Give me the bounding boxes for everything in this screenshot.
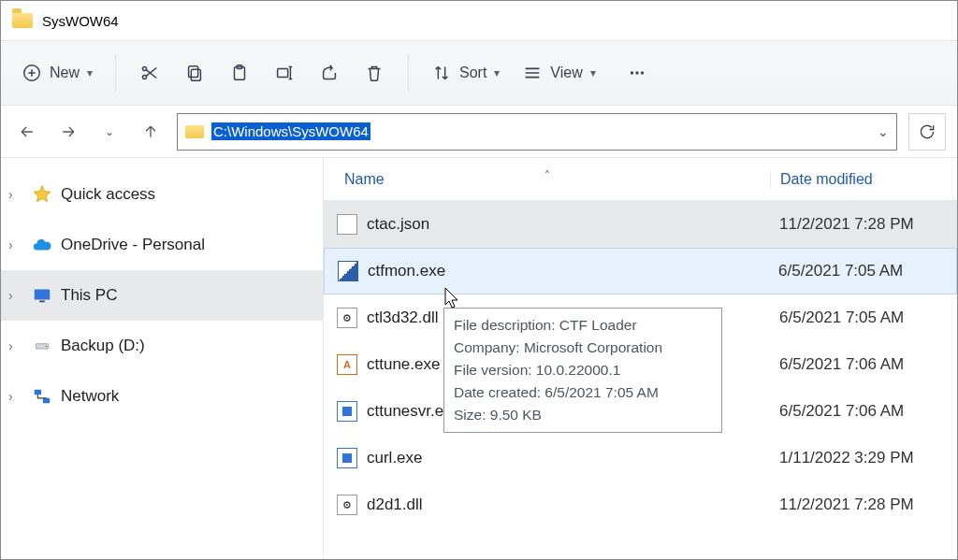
file-tooltip: File description: CTF Loader Company: Mi… bbox=[443, 308, 722, 433]
refresh-button[interactable] bbox=[908, 113, 946, 151]
file-row[interactable]: ⚙d2d1.dll 11/2/2021 7:28 PM bbox=[324, 481, 957, 528]
file-row[interactable]: ctac.json 11/2/2021 7:28 PM bbox=[324, 201, 957, 248]
svg-point-2 bbox=[142, 76, 146, 79]
chevron-right-icon: › bbox=[8, 187, 23, 202]
sort-button[interactable]: Sort ▾ bbox=[422, 52, 509, 93]
share-icon bbox=[319, 63, 340, 83]
copy-button[interactable] bbox=[174, 52, 215, 93]
file-date: 6/5/2021 7:06 AM bbox=[770, 402, 957, 421]
new-button[interactable]: New ▾ bbox=[12, 52, 102, 93]
chevron-down-icon: ▾ bbox=[590, 66, 596, 79]
mouse-cursor-icon bbox=[444, 287, 461, 309]
sidebar-item-label: Network bbox=[61, 387, 119, 406]
chevron-right-icon: › bbox=[8, 237, 23, 252]
address-path: C:\Windows\SysWOW64 bbox=[211, 122, 370, 140]
copy-icon bbox=[184, 63, 205, 83]
svg-point-1 bbox=[142, 66, 146, 70]
svg-point-8 bbox=[631, 71, 633, 74]
list-icon bbox=[522, 63, 543, 83]
chevron-right-icon: › bbox=[8, 288, 23, 303]
file-list: ˄ Name Date modified ctac.json 11/2/2021… bbox=[324, 158, 957, 560]
arrow-right-icon bbox=[59, 122, 78, 141]
file-row[interactable]: ctfmon.exe 6/5/2021 7:05 AM bbox=[324, 248, 957, 294]
sidebar-item-label: OneDrive - Personal bbox=[61, 236, 205, 254]
file-row[interactable]: curl.exe 1/11/2022 3:29 PM bbox=[324, 435, 957, 481]
paste-button[interactable] bbox=[219, 52, 260, 93]
svg-rect-11 bbox=[35, 290, 51, 300]
plus-circle-icon bbox=[22, 63, 42, 83]
chevron-right-icon: › bbox=[8, 338, 23, 353]
svg-rect-4 bbox=[189, 66, 198, 78]
column-headers: ˄ Name Date modified bbox=[324, 158, 957, 201]
sidebar-item-label: Backup (D:) bbox=[61, 337, 145, 355]
sidebar-item-quick-access[interactable]: › Quick access bbox=[1, 169, 323, 220]
sidebar-item-this-pc[interactable]: › This PC bbox=[1, 270, 323, 321]
arrow-up-icon bbox=[141, 122, 160, 141]
rename-icon bbox=[274, 63, 295, 83]
sort-icon bbox=[431, 63, 452, 83]
dll-icon: ⚙ bbox=[337, 495, 357, 515]
file-date: 11/2/2021 7:28 PM bbox=[770, 495, 957, 514]
sidebar-item-onedrive[interactable]: › OneDrive - Personal bbox=[1, 220, 323, 270]
delete-button[interactable] bbox=[354, 52, 395, 93]
more-button[interactable] bbox=[617, 52, 658, 93]
svg-rect-3 bbox=[191, 69, 200, 80]
back-button[interactable] bbox=[12, 117, 42, 147]
svg-point-10 bbox=[641, 71, 644, 74]
window-folder-icon bbox=[12, 13, 33, 28]
sidebar-item-network[interactable]: › Network bbox=[1, 371, 323, 422]
chevron-down-icon: ▾ bbox=[87, 66, 93, 79]
sidebar-item-label: This PC bbox=[61, 286, 117, 305]
file-date: 1/11/2022 3:29 PM bbox=[770, 449, 957, 467]
separator bbox=[115, 54, 116, 92]
svg-point-14 bbox=[46, 346, 48, 348]
recent-button[interactable]: ⌄ bbox=[94, 117, 124, 147]
nav-row: ⌄ C:\Windows\SysWOW64 ⌄ bbox=[1, 106, 957, 158]
svg-rect-16 bbox=[43, 398, 50, 404]
nav-pane: › Quick access › OneDrive - Personal › T… bbox=[1, 158, 324, 560]
network-icon bbox=[31, 385, 53, 408]
address-bar[interactable]: C:\Windows\SysWOW64 ⌄ bbox=[177, 113, 897, 151]
app-icon bbox=[337, 401, 357, 422]
column-name[interactable]: ˄ Name bbox=[324, 171, 770, 188]
sidebar-item-label: Quick access bbox=[61, 185, 155, 204]
file-name: ctl3d32.dll bbox=[367, 309, 439, 327]
chevron-down-icon[interactable]: ⌄ bbox=[878, 124, 889, 139]
ellipsis-icon bbox=[627, 63, 647, 83]
file-icon bbox=[337, 214, 357, 235]
rename-button[interactable] bbox=[264, 52, 305, 93]
file-name: curl.exe bbox=[367, 449, 423, 467]
star-icon bbox=[31, 183, 53, 206]
toolbar: New ▾ Sort ▾ bbox=[1, 40, 957, 106]
file-name: ctfmon.exe bbox=[368, 262, 445, 280]
column-date[interactable]: Date modified bbox=[770, 171, 957, 188]
window-title: SysWOW64 bbox=[42, 13, 119, 29]
svg-point-9 bbox=[635, 71, 638, 74]
cut-button[interactable] bbox=[129, 52, 170, 93]
pen-icon bbox=[338, 261, 358, 281]
app-icon bbox=[337, 448, 357, 468]
forward-button[interactable] bbox=[53, 117, 83, 147]
file-name: cttune.exe bbox=[367, 355, 440, 374]
file-date: 11/2/2021 7:28 PM bbox=[770, 215, 957, 234]
monitor-icon bbox=[31, 284, 53, 307]
drive-icon bbox=[31, 335, 53, 357]
sort-indicator-icon: ˄ bbox=[544, 169, 550, 182]
svg-rect-7 bbox=[278, 68, 288, 77]
paste-icon bbox=[229, 63, 250, 83]
view-button[interactable]: View ▾ bbox=[513, 52, 604, 93]
share-button[interactable] bbox=[309, 52, 350, 93]
up-button[interactable] bbox=[136, 117, 166, 147]
chevron-down-icon: ▾ bbox=[494, 66, 500, 79]
chevron-right-icon: › bbox=[8, 389, 23, 404]
title-bar: SysWOW64 bbox=[1, 1, 957, 40]
cloud-icon bbox=[31, 234, 53, 256]
sidebar-item-backup[interactable]: › Backup (D:) bbox=[1, 321, 323, 371]
scissors-icon bbox=[139, 63, 160, 83]
folder-icon bbox=[185, 125, 204, 138]
file-name: d2d1.dll bbox=[367, 495, 423, 514]
chevron-down-icon: ⌄ bbox=[105, 125, 114, 138]
dll-icon: ⚙ bbox=[337, 308, 357, 328]
arrow-left-icon bbox=[18, 122, 36, 141]
font-icon: A bbox=[337, 354, 357, 375]
